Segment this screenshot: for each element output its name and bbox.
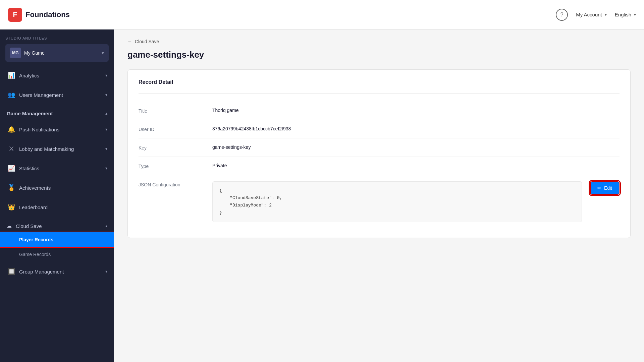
sidebar-item-analytics[interactable]: 📊 Analytics ▾ xyxy=(0,66,114,85)
group-management-label: Group Management xyxy=(19,269,64,275)
card-divider xyxy=(139,93,620,94)
field-row-user-id: User ID 376a20799b42438fb1cbccb7cef2f938 xyxy=(139,120,620,138)
sidebar-item-statistics[interactable]: 📈 Statistics ▾ xyxy=(0,159,114,178)
sidebar-item-lobby[interactable]: ⚔ Lobby and Matchmaking ▾ xyxy=(0,139,114,159)
field-row-key: Key game-settings-key xyxy=(139,138,620,157)
cloud-save-icon: ☁ xyxy=(7,223,12,229)
title-value: Thoriq game xyxy=(212,108,620,113)
users-icon: 👥 xyxy=(8,91,15,99)
app-body: STUDIO AND TITLES MG My Game ▾ 📊 Analyti… xyxy=(0,29,644,362)
edit-button-label: Edit xyxy=(604,185,612,191)
game-selector[interactable]: MG My Game ▾ xyxy=(5,44,109,62)
statistics-chevron-icon: ▾ xyxy=(105,166,107,171)
sidebar-item-group-management[interactable]: 🔲 Group Management ▾ xyxy=(0,262,114,281)
game-management-label: Game Management xyxy=(7,111,53,116)
json-config-label: JSON Configuration xyxy=(139,181,212,187)
json-config-value: { "CloudSaveState": 0, "DisplayMode": 2 … xyxy=(212,181,582,222)
sidebar-item-game-records[interactable]: Game Records xyxy=(0,247,114,262)
my-account-button[interactable]: My Account ▾ xyxy=(576,12,607,17)
type-value: Private xyxy=(212,163,620,168)
title-label: Title xyxy=(139,108,212,114)
push-notifications-label: Push Notifications xyxy=(19,127,59,132)
sidebar-item-cloud-save[interactable]: ☁ Cloud Save ▴ xyxy=(0,217,114,232)
game-management-chevron-icon: ▴ xyxy=(105,111,107,116)
field-row-title: Title Thoriq game xyxy=(139,102,620,120)
sidebar-item-leaderboard[interactable]: 👑 Leaderboard xyxy=(0,197,114,217)
user-id-value: 376a20799b42438fb1cbccb7cef2f938 xyxy=(212,126,620,131)
main-content: ← Cloud Save game-settings-key Record De… xyxy=(114,29,644,362)
json-config-container: { "CloudSaveState": 0, "DisplayMode": 2 … xyxy=(212,181,620,222)
field-row-type: Type Private xyxy=(139,157,620,175)
account-chevron-icon: ▾ xyxy=(605,12,607,17)
studio-section: STUDIO AND TITLES MG My Game ▾ xyxy=(0,29,114,66)
sidebar-item-game-management[interactable]: Game Management ▴ xyxy=(0,105,114,120)
sidebar: STUDIO AND TITLES MG My Game ▾ 📊 Analyti… xyxy=(0,29,114,362)
type-label: Type xyxy=(139,163,212,169)
key-value: game-settings-key xyxy=(212,144,620,150)
help-button[interactable]: ? xyxy=(556,9,568,21)
key-label: Key xyxy=(139,144,212,150)
achievements-label: Achievements xyxy=(19,185,51,191)
game-selector-chevron-icon: ▾ xyxy=(102,50,104,56)
sidebar-item-users-management[interactable]: 👥 Users Management ▾ xyxy=(0,85,114,105)
header-right: ? My Account ▾ English ▾ xyxy=(556,9,636,21)
record-detail-card: Record Detail Title Thoriq game User ID … xyxy=(127,69,631,238)
user-id-label: User ID xyxy=(139,126,212,132)
studio-label: STUDIO AND TITLES xyxy=(5,36,109,40)
app-header: F Foundations ? My Account ▾ English ▾ xyxy=(0,0,644,29)
analytics-label: Analytics xyxy=(19,73,39,78)
leaderboard-icon: 👑 xyxy=(8,203,15,211)
sidebar-item-push-notifications[interactable]: 🔔 Push Notifications ▾ xyxy=(0,120,114,139)
lobby-icon: ⚔ xyxy=(8,145,15,153)
page-title: game-settings-key xyxy=(127,50,631,60)
language-button[interactable]: English ▾ xyxy=(615,12,636,17)
logo-icon: F xyxy=(8,8,22,22)
main-nav: 📊 Analytics ▾ 👥 Users Management ▾ Game … xyxy=(0,66,114,355)
language-chevron-icon: ▾ xyxy=(634,12,636,17)
breadcrumb-back-arrow-icon: ← xyxy=(127,39,132,44)
language-label: English xyxy=(615,12,631,17)
group-management-icon: 🔲 xyxy=(8,268,15,275)
cloud-save-label: Cloud Save xyxy=(16,223,42,229)
users-management-label: Users Management xyxy=(19,92,63,98)
logo-area: F Foundations xyxy=(8,8,70,22)
game-name-label: My Game xyxy=(24,50,98,56)
statistics-icon: 📈 xyxy=(8,165,15,172)
game-records-label: Game Records xyxy=(19,252,51,257)
record-card-title: Record Detail xyxy=(139,79,620,85)
player-records-label: Player Records xyxy=(19,237,53,242)
logo-name: Foundations xyxy=(25,10,70,19)
breadcrumb-parent-link[interactable]: Cloud Save xyxy=(135,39,159,44)
push-notifications-chevron-icon: ▾ xyxy=(105,127,107,132)
statistics-label: Statistics xyxy=(19,166,39,171)
game-avatar: MG xyxy=(10,48,21,58)
breadcrumb[interactable]: ← Cloud Save xyxy=(127,39,631,44)
lobby-chevron-icon: ▾ xyxy=(105,146,107,151)
field-row-json-config: JSON Configuration { "CloudSaveState": 0… xyxy=(139,175,620,228)
group-management-chevron-icon: ▾ xyxy=(105,269,107,274)
sidebar-item-achievements[interactable]: 🏅 Achievements xyxy=(0,178,114,197)
leaderboard-label: Leaderboard xyxy=(19,204,48,210)
analytics-icon: 📊 xyxy=(8,72,15,79)
achievements-icon: 🏅 xyxy=(8,184,15,191)
my-account-label: My Account xyxy=(576,12,602,17)
cloud-save-chevron-icon: ▴ xyxy=(105,224,107,228)
analytics-chevron-icon: ▾ xyxy=(105,73,107,78)
edit-pencil-icon: ✏ xyxy=(597,185,601,191)
push-notifications-icon: 🔔 xyxy=(8,126,15,133)
lobby-label: Lobby and Matchmaking xyxy=(19,146,74,152)
edit-button[interactable]: ✏ Edit xyxy=(590,181,620,195)
users-chevron-icon: ▾ xyxy=(105,93,107,97)
sidebar-item-player-records[interactable]: Player Records xyxy=(0,232,114,247)
